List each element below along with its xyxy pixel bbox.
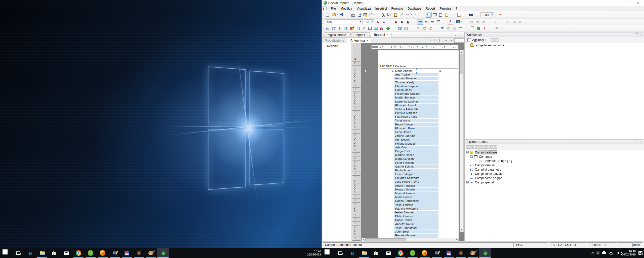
zoom-combo[interactable]: 100% ▾ — [480, 12, 494, 17]
tree-campi-gruppo[interactable]: ≡g Campi nome gruppo — [465, 176, 644, 180]
section-detail-label[interactable]: D — [352, 199, 360, 202]
edge-icon[interactable]: e — [24, 248, 36, 258]
contact-row[interactable]: Mario Pontes — [378, 195, 459, 199]
section-detail-label[interactable]: D — [352, 149, 360, 153]
save-button[interactable] — [338, 12, 344, 17]
insert-ole-object-button[interactable] — [349, 26, 354, 31]
group-sort-expert-button[interactable]: AZ — [421, 26, 427, 31]
dependency-checker-button[interactable]: ✓ — [450, 12, 456, 17]
section-detail-label[interactable]: D — [352, 156, 360, 160]
tab-close-icon[interactable]: × — [366, 39, 368, 42]
volume-icon[interactable] — [616, 252, 619, 254]
align-center-button[interactable] — [423, 19, 429, 24]
toggle-group-tree-button[interactable] — [426, 12, 431, 17]
contact-row[interactable]: Christina Berglund — [378, 84, 459, 88]
store-icon[interactable] — [370, 248, 382, 258]
insert-field-button[interactable] — [331, 26, 336, 31]
section-detail-label[interactable]: D — [352, 206, 360, 210]
duplicate-field-button[interactable]: ⧉ — [484, 145, 488, 149]
ruler-marker-icon[interactable]: ▽ — [394, 46, 396, 48]
find-button[interactable] — [468, 12, 474, 17]
tree-campi-parametro[interactable]: [?] Campi di parametro — [465, 167, 644, 172]
contact-row[interactable]: Annette Roulet — [378, 222, 459, 226]
section-expert-button[interactable] — [452, 26, 457, 31]
mail-icon[interactable] — [382, 248, 394, 258]
section-detail-label[interactable]: D — [352, 168, 360, 172]
increase-decimals-button[interactable]: .00 — [511, 19, 516, 24]
scroll-down-icon[interactable]: ▼ — [460, 228, 463, 232]
insert-field-heading-button[interactable] — [355, 26, 360, 31]
separator[interactable] — [464, 26, 469, 31]
selection-handle[interactable] — [392, 71, 393, 72]
contact-row[interactable]: Renate Messner — [378, 234, 459, 237]
section-detail-label[interactable]: D — [352, 111, 360, 114]
contact-row[interactable]: Pedro Afonso — [378, 123, 459, 126]
open-report-icon[interactable] — [491, 38, 495, 42]
section-detail-label[interactable]: D — [352, 122, 360, 126]
separator[interactable] — [391, 26, 397, 31]
tray-chevron-icon[interactable] — [591, 252, 594, 255]
contact-row[interactable]: Victoria Ashworth — [378, 107, 459, 111]
chrome-icon[interactable] — [394, 248, 407, 258]
tree-comando[interactable]: - Comando — [465, 154, 644, 159]
contact-row[interactable]: André Fonseca — [378, 184, 459, 188]
menu-item[interactable]: Report — [423, 6, 437, 11]
separator[interactable] — [409, 26, 415, 31]
insert-map-button[interactable] — [385, 26, 391, 31]
section-detail-label[interactable]: D — [352, 126, 360, 130]
contact-row[interactable]: Martine Rancé — [378, 153, 459, 157]
contact-row[interactable]: Yoshi Latimer — [378, 203, 459, 207]
stop-icon[interactable] — [438, 39, 443, 43]
section-detail-label[interactable]: D — [352, 176, 360, 179]
separator[interactable] — [387, 19, 393, 24]
horizontal-scrollbar[interactable]: ◀ ▶ — [361, 238, 459, 241]
stop-data-button[interactable] — [500, 26, 505, 31]
contact-row[interactable]: Lino Rodriguez — [378, 172, 459, 176]
print-button[interactable] — [350, 12, 356, 17]
contact-row[interactable]: Frédérique Citeaux — [378, 92, 459, 96]
minimize-button[interactable]: – — [610, 0, 621, 6]
contact-row[interactable]: Thomas Hardy — [378, 81, 459, 84]
export-button[interactable] — [363, 12, 368, 17]
tree-campi-database[interactable]: - Campi database — [465, 150, 644, 154]
page-number-input[interactable] — [454, 38, 464, 43]
increase-font-button[interactable]: A — [375, 19, 381, 24]
contact-row[interactable]: Eduardo Saavedra — [378, 176, 459, 180]
paste-button[interactable] — [393, 12, 398, 17]
lock-format-button[interactable] — [475, 19, 480, 24]
format-painter-doc-button[interactable] — [470, 26, 475, 31]
sort-control-button[interactable]: ⇅ — [415, 26, 421, 31]
workbench-button[interactable] — [456, 12, 462, 17]
help-button[interactable]: ? — [497, 12, 503, 17]
section-detail-label[interactable]: D — [352, 88, 360, 91]
section-detail-label[interactable]: D — [352, 187, 360, 191]
tab-report2[interactable]: Report2 × — [370, 32, 392, 38]
suppress-button[interactable]: ab — [469, 19, 474, 24]
contact-row[interactable]: Peter Franken — [378, 161, 459, 165]
background-color-button[interactable] — [455, 19, 461, 24]
selection-handle[interactable] — [416, 68, 417, 70]
contact-row[interactable]: Ann Devon — [378, 138, 459, 142]
paint-icon[interactable] — [467, 248, 479, 258]
check-dependencies-icon[interactable] — [495, 38, 499, 42]
contact-row[interactable]: Elizabeth Brown — [378, 126, 459, 130]
acorn-icon[interactable] — [133, 248, 145, 258]
new-document-button[interactable] — [325, 12, 330, 17]
insert-hierarchy-button[interactable] — [397, 26, 403, 31]
contact-row[interactable]: Yang Wang — [378, 119, 459, 122]
select-expert-button[interactable] — [439, 26, 445, 31]
contact-row[interactable]: José Pedro Freyre — [378, 180, 459, 184]
section-detail-label[interactable]: D — [352, 237, 360, 241]
refresh-icon[interactable]: ↻ — [433, 39, 438, 43]
scroll-up-icon[interactable]: ▲ — [460, 50, 463, 54]
currency-button[interactable]: € — [493, 19, 498, 24]
crystal-reports-icon[interactable] — [157, 248, 169, 258]
contact-row[interactable]: John Steel — [378, 230, 459, 234]
expand-toggle[interactable]: - — [466, 151, 469, 153]
section-detail-label[interactable]: D — [352, 76, 360, 80]
section-detail-label[interactable]: D — [352, 72, 360, 76]
menu-item[interactable]: Formato — [389, 6, 406, 11]
start-button[interactable] — [322, 248, 334, 258]
section-detail-label[interactable]: D — [352, 233, 360, 237]
onedrive-icon[interactable] — [602, 252, 606, 254]
